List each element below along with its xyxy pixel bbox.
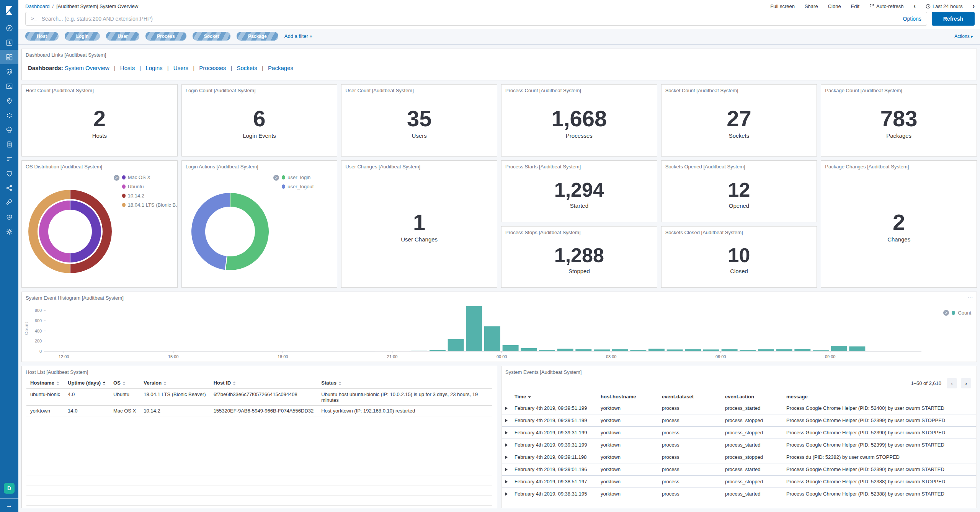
expand-caret-icon[interactable] [505,407,508,410]
histogram-bar[interactable] [794,349,810,351]
time-range-picker[interactable]: Last 24 hours [926,3,963,9]
table-row[interactable]: February 4th 2019, 09:39:31.199yorktownp… [502,427,976,439]
dashboard-link-users[interactable]: Users [173,65,188,71]
expand-caret-icon[interactable] [505,431,508,434]
expand-cell[interactable] [502,451,511,463]
histogram-bar[interactable] [594,350,610,352]
auto-refresh-button[interactable]: Auto-refresh [869,3,904,9]
legend-item-18-04-1-lts-bionic-b-[interactable]: 18.04.1 LTS (Bionic B... [122,202,178,208]
top-menu-share[interactable]: Share [805,3,818,9]
sidebar-item-logs[interactable] [0,137,18,152]
histogram-bar[interactable] [667,350,683,352]
sidebar-item-monitoring[interactable] [0,210,18,224]
expand-caret-icon[interactable] [505,419,508,422]
expand-cell[interactable] [502,488,511,500]
histogram-bar[interactable] [722,349,738,351]
histogram-bar[interactable] [411,351,427,351]
sidebar-collapse-arrow-icon[interactable]: → [0,498,18,512]
legend-toggle-chevron-icon[interactable]: > [943,310,949,316]
sidebar-item-maps[interactable] [0,93,18,108]
filter-pill-socket[interactable]: Socket [193,32,230,41]
expand-cell[interactable] [502,476,511,488]
table-row[interactable]: February 4th 2019, 09:39:01.196yorktownp… [502,463,976,476]
table-row[interactable]: February 4th 2019, 09:38:51.197yorktownp… [502,476,976,488]
sidebar-item-management[interactable] [0,224,18,239]
search-input[interactable] [42,16,898,22]
column-header-time[interactable]: Time [511,391,598,402]
filter-pill-host[interactable]: Host [25,32,59,41]
table-row[interactable]: February 4th 2019, 09:39:11.198yorktownp… [502,451,976,463]
sidebar-item-apm[interactable] [0,152,18,166]
histogram-bar[interactable] [831,346,847,351]
histogram-bar[interactable] [849,347,865,352]
sidebar-item-machine-learning[interactable] [0,108,18,122]
filter-pill-process[interactable]: Process [145,32,186,41]
histogram-bar[interactable] [776,349,792,351]
table-row[interactable]: February 4th 2019, 09:38:31.195yorktownp… [502,488,976,500]
legend-item-mac-os-x[interactable]: Mac OS X [122,174,178,180]
column-header-os[interactable]: OS [109,377,140,389]
legend-toggle-chevron-icon[interactable]: > [114,175,119,181]
expand-cell[interactable] [502,402,511,414]
expand-caret-icon[interactable] [505,480,508,483]
histogram-bar[interactable] [648,349,665,352]
histogram-bar[interactable] [685,349,701,351]
actions-menu-button[interactable]: Actions ▸ [954,34,973,39]
histogram-bar[interactable] [539,350,555,351]
dashboard-link-packages[interactable]: Packages [268,65,293,71]
histogram-bar[interactable] [484,326,500,351]
expand-caret-icon[interactable] [505,456,508,459]
expand-caret-icon[interactable] [505,468,508,471]
pagination-prev-button[interactable]: ‹ [947,378,957,388]
table-row[interactable]: yorktown14.0Mac OS X10.14.2155320EF-9AB6… [26,406,492,416]
expand-cell[interactable] [502,427,511,439]
top-menu-edit[interactable]: Edit [851,3,859,9]
filter-pill-login[interactable]: Login [65,32,100,41]
expand-caret-icon[interactable] [505,492,508,496]
histogram-bar[interactable] [393,351,409,352]
sidebar-item-visualize[interactable] [0,35,18,50]
sidebar-item-graph[interactable] [0,181,18,195]
legend-item-user-login[interactable]: user_login [282,174,334,180]
column-header-uptime-days-[interactable]: Uptime (days) [64,377,109,389]
dashboard-link-system-overview[interactable]: System Overview [65,65,109,71]
histogram-bar[interactable] [758,349,774,351]
histogram-bar[interactable] [575,349,591,351]
expand-cell[interactable] [502,463,511,476]
sidebar-item-discover[interactable] [0,21,18,35]
breadcrumb-dashboard-link[interactable]: Dashboard [25,3,50,9]
legend-item-count[interactable]: Count [958,310,971,316]
histogram-bar[interactable] [521,348,537,351]
histogram-bar[interactable] [557,349,573,352]
time-forward-chevron-icon[interactable]: › [973,3,975,10]
histogram-bar[interactable] [630,350,646,351]
top-menu-full-screen[interactable]: Full screen [770,3,795,9]
legend-item-user-logout[interactable]: user_logout [282,184,334,189]
sidebar-item-dev-tools[interactable] [0,195,18,210]
pagination-next-button[interactable]: › [961,378,971,388]
legend-item-ubuntu[interactable]: Ubuntu [122,184,178,189]
donut-slice-user-logout[interactable] [191,192,230,270]
histogram-bar[interactable] [612,349,628,351]
legend-item-10-14-2[interactable]: 10.14.2 [122,193,178,199]
histogram-bar[interactable] [430,350,446,351]
dashboard-link-hosts[interactable]: Hosts [120,65,135,71]
kibana-logo[interactable] [0,0,18,21]
add-filter-button[interactable]: Add a filter + [284,33,312,39]
table-row[interactable]: February 4th 2019, 09:39:31.199yorktownp… [502,439,976,451]
legend-toggle-chevron-icon[interactable]: > [273,175,279,181]
table-row[interactable]: ubuntu-bionic4.0Ubuntu18.04.1 LTS (Bioni… [26,389,492,406]
dashboard-link-processes[interactable]: Processes [199,65,226,71]
sidebar-item-infrastructure[interactable] [0,122,18,137]
histogram-bar[interactable] [703,350,719,352]
expand-cell[interactable] [502,414,511,427]
column-header-hostname[interactable]: Hostname [26,377,64,389]
column-header-message[interactable]: message [783,391,976,402]
column-header-event-dataset[interactable]: event.dataset [659,391,722,402]
sidebar-item-canvas[interactable] [0,79,18,93]
panel-options-icon[interactable]: … [967,293,973,299]
donut-slice-user-login[interactable] [225,192,269,271]
sidebar-item-uptime[interactable] [0,166,18,181]
column-header-host-hostname[interactable]: host.hostname [598,391,659,402]
column-header-event-action[interactable]: event.action [722,391,783,402]
